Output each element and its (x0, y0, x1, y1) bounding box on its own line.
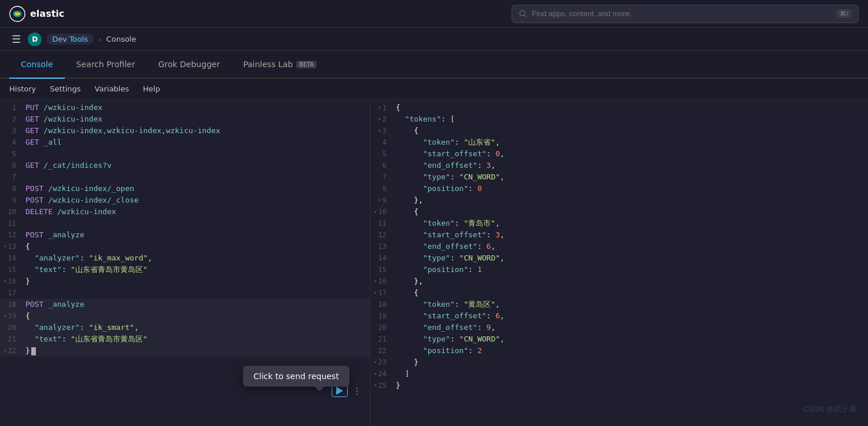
line-content: "start_offset": 6, (393, 310, 868, 322)
svg-point-3 (520, 10, 525, 16)
table-row: 14 "analyzer": "ik_max_word", (0, 252, 370, 264)
line-number: ▾ 10 (370, 206, 393, 218)
table-row: ▾ 16 }, (370, 276, 868, 287)
line-content: "position": 0 (393, 183, 868, 194)
watermark: CSDN @武子康 (803, 404, 856, 414)
line-number: ▾ 16 (370, 276, 393, 287)
editor-panel[interactable]: 1 PUT /wzkicu-index 2 GET /wzkicu-index … (0, 100, 370, 426)
line-content: GET /wzkicu-index,wzkicu-index,wzkicu-in… (23, 125, 370, 137)
line-content: "token": "青岛市", (393, 218, 868, 229)
table-row: ▾ 19 { (0, 310, 370, 322)
line-number: ▾ 1 (370, 102, 393, 113)
line-number: 4 (0, 137, 23, 148)
tooltip-wrapper: Click to send request (243, 366, 350, 391)
breadcrumb-separator: › (98, 35, 102, 44)
line-number: 6 (0, 160, 23, 171)
more-options-icon[interactable]: ⋮ (350, 385, 364, 396)
table-row: 5 "start_offset": 0, (370, 148, 868, 160)
line-content: POST _analyze (23, 229, 370, 241)
table-row: ▾ 22 } (0, 345, 370, 357)
table-row: 7 (0, 171, 370, 183)
line-number: ▾ 13 (0, 241, 23, 252)
line-number: 12 (0, 229, 23, 241)
line-number: 11 (370, 218, 393, 229)
line-content: }, (393, 194, 868, 206)
line-content: "type": "CN_WORD", (393, 252, 868, 264)
sub-nav: History Settings Variables Help (0, 79, 868, 100)
line-number: 20 (0, 322, 23, 333)
line-content: POST /wzkicu-index/_close (23, 194, 370, 206)
line-number: 18 (0, 299, 23, 310)
line-number: ▾ 17 (370, 287, 393, 299)
line-number: 2 (0, 113, 23, 125)
line-number: 21 (370, 333, 393, 345)
tab-painless-lab[interactable]: Painless Lab BETA (231, 51, 328, 79)
line-content: "token": "黄岛区", (393, 299, 868, 310)
top-bar: elastic ⌘/ (0, 0, 868, 28)
app-title: elastic (30, 8, 64, 19)
line-number: ▾ 19 (0, 310, 23, 322)
elastic-logo-icon (9, 6, 25, 22)
line-content: { (23, 241, 370, 252)
table-row: 20 "analyzer": "ik_smart", (0, 322, 370, 333)
line-number: 3 (0, 125, 23, 137)
table-row: ▾ 23 } (370, 357, 868, 368)
elastic-logo: elastic (9, 6, 64, 22)
line-content: "position": 2 (393, 345, 868, 357)
table-row: 18 "token": "黄岛区", (370, 299, 868, 310)
table-row: ▾ 24 ] (370, 368, 868, 380)
line-number: ▾ 22 (0, 345, 23, 357)
table-row: 13 "end_offset": 6, (370, 241, 868, 252)
line-number: 13 (370, 241, 393, 252)
table-row: 8 "position": 0 (370, 183, 868, 194)
table-row: 11 (0, 218, 370, 229)
tooltip-box: Click to send request (243, 366, 350, 387)
line-content: GET /wzkicu-index (23, 113, 370, 125)
line-content: "end_offset": 9, (393, 322, 868, 333)
search-shortcut: ⌘/ (837, 9, 851, 18)
line-number: 8 (370, 183, 393, 194)
line-content: "text": "山东省青岛市黄岛区" (23, 333, 370, 345)
global-search-input[interactable] (532, 9, 832, 18)
line-content: { (393, 287, 868, 299)
line-content: } (23, 276, 370, 287)
table-row: 3 GET /wzkicu-index,wzkicu-index,wzkicu-… (0, 125, 370, 137)
search-bar[interactable]: ⌘/ (512, 5, 859, 23)
line-content: "token": "山东省", (393, 137, 868, 148)
table-row: 12 POST _analyze (0, 229, 370, 241)
line-content: ] (393, 368, 868, 380)
table-row: ▾ 2 "tokens": [ (370, 113, 868, 125)
tab-console[interactable]: Console (9, 51, 65, 79)
search-icon (519, 10, 527, 18)
breadcrumb-parent[interactable]: Dev Tools (46, 34, 94, 45)
table-row: ▾ 25 } (370, 380, 868, 391)
breadcrumb-current: Console (106, 35, 137, 43)
line-content: PUT /wzkicu-index (23, 102, 370, 113)
table-row: 1 PUT /wzkicu-index (0, 102, 370, 113)
line-number: ▾ 16 (0, 276, 23, 287)
table-row: 12 "start_offset": 3, (370, 229, 868, 241)
line-content: { (393, 125, 868, 137)
table-row: 19 "start_offset": 6, (370, 310, 868, 322)
line-number: 11 (0, 218, 23, 229)
tab-grok-debugger[interactable]: Grok Debugger (146, 51, 231, 79)
line-content: "position": 1 (393, 264, 868, 276)
line-number: 7 (0, 171, 23, 183)
line-content: "type": "CN_WORD", (393, 333, 868, 345)
subnav-help[interactable]: Help (143, 85, 160, 93)
line-number: ▾ 25 (370, 380, 393, 391)
hamburger-menu[interactable]: ☰ (9, 31, 23, 47)
line-number: 5 (370, 148, 393, 160)
line-number: 9 (0, 194, 23, 206)
line-number: 8 (0, 183, 23, 194)
tab-search-profiler[interactable]: Search Profiler (65, 51, 147, 79)
subnav-variables[interactable]: Variables (95, 85, 129, 93)
subnav-history[interactable]: History (9, 85, 36, 93)
line-content: GET _all (23, 137, 370, 148)
subnav-settings[interactable]: Settings (50, 85, 80, 93)
line-content: "end_offset": 6, (393, 241, 868, 252)
line-content: { (393, 102, 868, 113)
table-row: ▾ 17 { (370, 287, 868, 299)
line-number: 12 (370, 229, 393, 241)
line-content: "type": "CN_WORD", (393, 171, 868, 183)
